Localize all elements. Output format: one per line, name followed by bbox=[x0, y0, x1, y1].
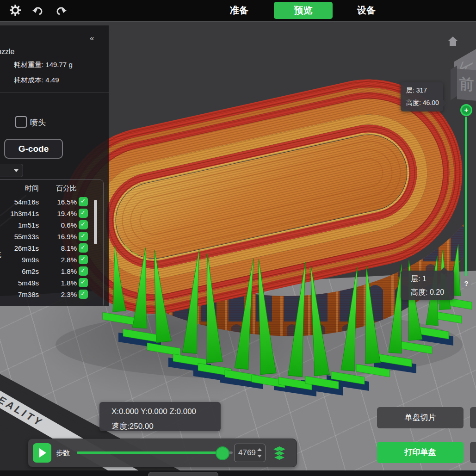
help-button[interactable]: ? bbox=[461, 278, 471, 289]
bottom-taskbar-tab[interactable] bbox=[148, 472, 218, 476]
time-column-header: 时间 bbox=[0, 184, 39, 193]
row-visibility-checkbox[interactable] bbox=[79, 243, 88, 253]
print-speed: 速度:250.00 bbox=[111, 421, 221, 432]
slice-options-button[interactable] bbox=[470, 407, 476, 428]
table-scrollbar[interactable] bbox=[94, 200, 97, 244]
collapse-panel-button[interactable]: « bbox=[90, 34, 94, 43]
panel-divider bbox=[0, 93, 109, 93]
row-time: 9m9s bbox=[0, 256, 39, 264]
print-plate-button[interactable]: 打印单盘 bbox=[377, 442, 464, 463]
nozzle-checkbox-label: 喷头 bbox=[30, 117, 46, 128]
step-slider-track[interactable] bbox=[77, 451, 233, 454]
row-visibility-checkbox[interactable] bbox=[79, 290, 88, 299]
bottom-layer-tooltip: 层: 1 高度: 0.20 bbox=[401, 271, 454, 300]
row-time: 5m49s bbox=[0, 279, 39, 287]
filament-cost: 耗材成本: 4.49 bbox=[14, 76, 59, 85]
tab-prepare[interactable]: 准备 bbox=[230, 4, 248, 17]
step-number-input[interactable] bbox=[235, 444, 261, 462]
row-percent: 19.4% bbox=[44, 210, 77, 217]
table-row: 55m33s 16.9% bbox=[0, 231, 109, 243]
row-percent: 2.8% bbox=[44, 256, 77, 264]
row-visibility-checkbox[interactable] bbox=[79, 197, 88, 206]
layers-view-icon[interactable] bbox=[272, 445, 287, 461]
bottom-layer-number: 层: 1 bbox=[411, 274, 454, 284]
view-cube-front-face[interactable]: 前 bbox=[457, 68, 476, 101]
top-layer-number: 层: 317 bbox=[406, 87, 443, 95]
tab-device[interactable]: 设备 bbox=[357, 4, 376, 17]
step-slider-handle[interactable] bbox=[216, 446, 229, 460]
row-percent: 16.9% bbox=[44, 233, 77, 241]
step-player-bar: 步数 bbox=[28, 439, 297, 467]
bottom-taskbar bbox=[0, 470, 476, 476]
bottom-layer-height: 高度: 0.20 bbox=[411, 288, 454, 297]
step-decrement-arrow[interactable] bbox=[257, 455, 262, 457]
row-time: 1m51s bbox=[0, 221, 39, 229]
row-visibility-checkbox[interactable] bbox=[79, 209, 88, 218]
row-percent: 1.8% bbox=[44, 267, 77, 275]
layer-slider-top-handle[interactable]: + bbox=[460, 104, 472, 116]
view-cube-front-label: 前 bbox=[459, 74, 474, 96]
table-row: 1m51s 0.6% bbox=[0, 220, 109, 231]
layer-slider-track[interactable] bbox=[465, 117, 467, 276]
table-row: 9m9s 2.8% bbox=[0, 254, 109, 266]
top-layer-height: 高度: 46.00 bbox=[406, 99, 443, 107]
nozzle-label: ozzle bbox=[0, 48, 14, 56]
percent-column-header: 百分比 bbox=[44, 184, 77, 193]
row-percent: 2.3% bbox=[44, 291, 77, 298]
tab-preview[interactable]: 预览 bbox=[274, 2, 333, 19]
row-visibility-checkbox[interactable] bbox=[79, 232, 88, 241]
view-cube-left-face[interactable] bbox=[451, 66, 457, 100]
steps-label: 步数 bbox=[56, 449, 70, 457]
row-percent: 16.5% bbox=[44, 198, 77, 206]
step-increment-arrow[interactable] bbox=[257, 448, 262, 451]
top-toolbar: 准备 预览 设备 bbox=[0, 0, 476, 22]
row-percent: 1.8% bbox=[44, 279, 77, 287]
table-row: 54m16s 16.5% bbox=[0, 197, 109, 208]
row-time: 6m2s bbox=[0, 267, 39, 275]
row-time: 54m16s bbox=[0, 198, 39, 206]
row-time: 55m33s bbox=[0, 233, 39, 241]
row-visibility-checkbox[interactable] bbox=[79, 220, 88, 229]
position-speed-tooltip: X:0.000 Y:0.000 Z:0.000 速度:250.00 bbox=[99, 402, 221, 431]
step-slider-fill bbox=[77, 451, 227, 454]
row-visibility-checkbox[interactable] bbox=[79, 278, 88, 287]
row-time: 26m31s bbox=[0, 244, 39, 252]
table-row: 1h3m41s 19.4% bbox=[0, 208, 109, 220]
row-visibility-checkbox[interactable] bbox=[79, 255, 88, 264]
row-percent: 8.1% bbox=[44, 244, 77, 252]
table-row: 26m31s 8.1% bbox=[0, 243, 109, 254]
row-time: 7m38s bbox=[0, 291, 39, 298]
step-number-box bbox=[234, 444, 266, 462]
undo-icon[interactable] bbox=[31, 4, 44, 17]
legend-type-dropdown[interactable] bbox=[0, 164, 23, 177]
filament-weight: 耗材重量: 149.77 g bbox=[14, 61, 73, 69]
preview-side-panel: « ozzle 耗材重量: 149.77 g 耗材成本: 4.49 喷头 G-c… bbox=[0, 25, 109, 306]
top-layer-tooltip: 层: 317 高度: 46.00 bbox=[401, 82, 443, 111]
nozzle-checkbox[interactable] bbox=[15, 116, 27, 128]
table-row: 6m2s 1.8% bbox=[0, 266, 109, 278]
row-time: 1h3m41s bbox=[0, 210, 39, 217]
redo-icon[interactable] bbox=[55, 4, 68, 17]
row-visibility-checkbox[interactable] bbox=[79, 266, 88, 276]
print-options-button[interactable] bbox=[470, 442, 476, 463]
home-view-icon[interactable] bbox=[447, 35, 459, 47]
settings-gear-icon[interactable] bbox=[9, 4, 22, 17]
table-row: 5m49s 1.8% bbox=[0, 278, 109, 289]
chevron-down-icon bbox=[14, 169, 19, 172]
play-button[interactable] bbox=[33, 443, 51, 463]
row-percent: 0.6% bbox=[44, 221, 77, 229]
table-row: 7m38s 2.3% bbox=[0, 289, 109, 301]
time-table-rows: 54m16s 16.5% 1h3m41s 19.4% 1m51s 0.6% 55… bbox=[0, 197, 109, 301]
slice-plate-button[interactable]: 单盘切片 bbox=[377, 407, 464, 428]
gcode-button[interactable]: G-code bbox=[4, 139, 63, 159]
app-window: CREALITY bbox=[0, 0, 476, 476]
xyz-coordinates: X:0.000 Y:0.000 Z:0.000 bbox=[111, 406, 221, 417]
